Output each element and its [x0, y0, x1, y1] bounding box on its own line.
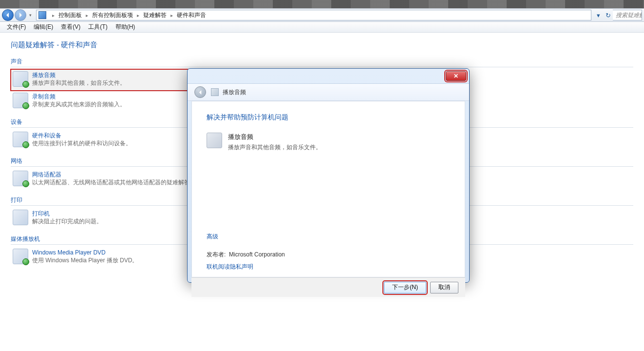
search-input[interactable]: 搜索疑难解答 — [613, 10, 642, 20]
item-desc: 播放声音和其他音频，如音乐文件。 — [32, 79, 126, 87]
item-desc: 录制麦克风或其他来源的音频输入。 — [32, 100, 126, 108]
dialog-heading: 解决并帮助预防计算机问题 — [207, 113, 450, 122]
troubleshoot-dialog: ✕ 播放音频 解决并帮助预防计算机问题 播放音频 播放声音和其他音频，如音乐文件… — [187, 68, 470, 283]
dialog-title: 播放音频 — [223, 88, 246, 97]
breadcrumb-dropdown-icon[interactable]: ▾ — [594, 11, 602, 19]
nav-forward-button[interactable] — [15, 9, 26, 21]
breadcrumb-item-hardware-sound[interactable]: 硬件和声音 — [176, 11, 207, 20]
dialog-item-title: 播放音频 — [228, 133, 322, 141]
printer-icon — [13, 210, 28, 225]
hardware-icon — [13, 132, 28, 147]
dialog-footer: 下一步(N) 取消 — [191, 277, 465, 297]
menu-bar: 文件(F) 编辑(E) 查看(V) 工具(T) 帮助(H) — [0, 22, 644, 33]
breadcrumb-item-all[interactable]: 所有控制面板项 — [91, 11, 134, 20]
address-bar: ▾ ▸ 控制面板 ▸ 所有控制面板项 ▸ 疑难解答 ▸ 硬件和声音 ▾ ↻ 搜索… — [0, 8, 644, 22]
item-title: 播放音频 — [32, 71, 126, 79]
menu-tools[interactable]: 工具(T) — [84, 23, 111, 31]
breadcrumb-item-control-panel[interactable]: 控制面板 — [57, 11, 83, 20]
dialog-titlebar[interactable]: ✕ — [188, 69, 469, 83]
control-panel-icon — [38, 11, 46, 19]
menu-edit[interactable]: 编辑(E) — [30, 23, 57, 31]
publisher-label: 发布者: Microsoft Corporation — [207, 251, 450, 259]
cancel-button[interactable]: 取消 — [430, 282, 458, 293]
item-title: Windows Media Player DVD — [32, 249, 138, 256]
dialog-title-icon — [211, 88, 219, 96]
microphone-icon — [13, 93, 28, 108]
breadcrumb[interactable]: ▸ 控制面板 ▸ 所有控制面板项 ▸ 疑难解答 ▸ 硬件和声音 — [36, 10, 591, 20]
dialog-body: 解决并帮助预防计算机问题 播放音频 播放声音和其他音频，如音乐文件。 高级 发布… — [191, 101, 465, 277]
chevron-right-icon: ▸ — [134, 13, 142, 18]
dialog-back-button[interactable] — [194, 86, 206, 98]
item-desc: 使用连接到计算机的硬件和访问设备。 — [32, 139, 132, 147]
page-title: 问题疑难解答 - 硬件和声音 — [11, 40, 633, 50]
item-desc: 以太网适配器、无线网络适配器或其他网络适配器的疑难解答。 — [32, 178, 196, 186]
media-player-icon — [13, 249, 28, 264]
item-title: 录制音频 — [32, 93, 126, 100]
speaker-icon — [207, 133, 222, 148]
dialog-item: 播放音频 播放声音和其他音频，如音乐文件。 — [207, 133, 450, 152]
section-header-sound: 声音 — [11, 58, 633, 67]
menu-help[interactable]: 帮助(H) — [112, 23, 139, 31]
chevron-right-icon: ▸ — [168, 13, 176, 18]
nav-history-dropdown[interactable]: ▾ — [27, 13, 33, 18]
item-title: 硬件和设备 — [32, 132, 132, 139]
next-button[interactable]: 下一步(N) — [384, 282, 426, 293]
item-title: 网络适配器 — [32, 171, 196, 178]
close-button[interactable]: ✕ — [446, 71, 466, 81]
network-icon — [13, 171, 28, 186]
window-top-blur — [0, 0, 644, 8]
chevron-right-icon: ▸ — [83, 13, 91, 18]
dialog-item-desc: 播放声音和其他音频，如音乐文件。 — [228, 143, 322, 152]
chevron-right-icon: ▸ — [49, 13, 57, 18]
dialog-header: 播放音频 — [188, 83, 469, 101]
item-title: 打印机 — [32, 210, 102, 217]
refresh-icon[interactable]: ↻ — [604, 11, 612, 19]
menu-view[interactable]: 查看(V) — [57, 23, 84, 31]
nav-back-button[interactable] — [2, 9, 14, 21]
item-desc: 使用 Windows Media Player 播放 DVD。 — [32, 256, 138, 264]
item-desc: 解决阻止打印完成的问题。 — [32, 217, 102, 225]
advanced-link[interactable]: 高级 — [207, 233, 450, 241]
menu-file[interactable]: 文件(F) — [3, 23, 30, 31]
breadcrumb-item-troubleshoot[interactable]: 疑难解答 — [142, 11, 168, 20]
privacy-link[interactable]: 联机阅读隐私声明 — [207, 263, 450, 271]
speaker-icon — [13, 71, 28, 87]
